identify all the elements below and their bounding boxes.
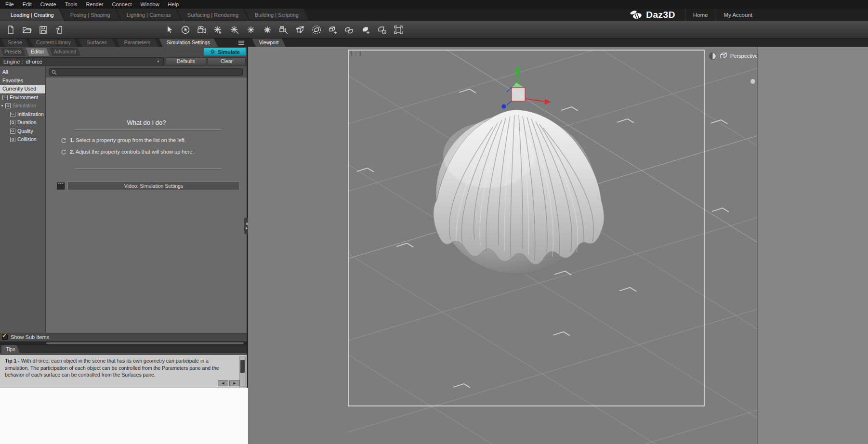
activity-tab-posing-shaping[interactable]: Posing | Shaping (60, 9, 121, 21)
cube-dashed-tool-button[interactable] (310, 23, 323, 37)
clear-button[interactable]: Clear (208, 57, 246, 65)
asterisk-gear-tool-button[interactable] (261, 23, 274, 37)
star-cursor-tool-button[interactable] (211, 23, 225, 37)
step-number: 1. (70, 137, 74, 143)
my-account-button[interactable]: My Account (716, 9, 760, 21)
camera-edit-tool-button[interactable] (277, 23, 290, 37)
menu-window[interactable]: Window (136, 0, 163, 8)
menu-connect[interactable]: Connect (108, 0, 136, 8)
viewport-pane[interactable]: 1 : 1 Perspective (248, 47, 757, 444)
pane-tab-content-library[interactable]: Content Library (29, 39, 78, 47)
asterisk-gear-icon (263, 25, 272, 35)
group-label: Initialization (17, 110, 44, 119)
import-icon (55, 25, 65, 35)
star-pencil-tool-button[interactable] (228, 23, 241, 37)
cube-info-tool-button[interactable] (375, 23, 389, 37)
camera-tool-button[interactable] (195, 23, 209, 37)
menu-edit[interactable]: Edit (18, 0, 36, 8)
film-clapper-icon (57, 183, 65, 190)
help-step-2: 2. Adjust the property controls that wil… (61, 149, 194, 155)
pane-menu-button[interactable] (238, 40, 245, 47)
cube-merge-tool-button[interactable] (342, 23, 356, 37)
group-item-initialization[interactable]: G Initialization (0, 110, 45, 119)
aspect-frame-tool-button[interactable] (392, 23, 405, 37)
tips-vertical-scrollbar[interactable] (239, 356, 246, 387)
pane-tab-scene[interactable]: Scene (1, 39, 29, 47)
show-sub-items-checkbox[interactable]: ✔ (2, 334, 8, 340)
translate-gizmo[interactable] (502, 66, 552, 109)
home-button[interactable]: Home (685, 9, 716, 21)
solid-cube-plus-icon (361, 25, 370, 35)
subtab-presets[interactable]: Presets (0, 48, 26, 56)
collapse-left-icon (246, 222, 248, 225)
cube-plus-tool-button[interactable] (359, 23, 372, 37)
expand-arrow-icon[interactable]: ▼ (0, 102, 4, 110)
tips-scrollbar-thumb[interactable] (240, 360, 245, 373)
menu-help[interactable]: Help (164, 0, 184, 8)
activity-tab-building-scripting[interactable]: Building | Scripting (244, 9, 309, 21)
right-dock-area (757, 47, 868, 444)
menu-create[interactable]: Create (36, 0, 61, 8)
scrollbar-handle[interactable] (46, 342, 244, 344)
engine-dropdown[interactable]: Engine : dForce ▼ (0, 57, 164, 65)
draw-style-sphere-icon[interactable] (709, 52, 717, 60)
pane-grip-handle[interactable] (750, 78, 756, 84)
group-item-environment[interactable]: G Environment (0, 93, 45, 102)
pane-tab-label: Scene (8, 39, 22, 45)
pane-tab-simulation-settings[interactable]: Simulation Settings (159, 39, 218, 47)
brand-zone: Daz3D Home My Account (629, 9, 760, 21)
activity-tab-lighting-cameras[interactable]: Lighting | Cameras (116, 9, 182, 21)
orbit-select-tool-button[interactable] (179, 23, 192, 37)
camera-selector[interactable]: Perspective (730, 53, 757, 59)
tips-tab[interactable]: Tips (1, 345, 20, 353)
group-item-currently-used[interactable]: Currently Used (0, 85, 45, 93)
group-item-favorites[interactable]: Favorites (0, 77, 45, 85)
empty-area (0, 388, 248, 444)
pane-tab-parameters[interactable]: Parameters (116, 39, 158, 47)
subtab-advanced[interactable]: Advanced (50, 48, 80, 56)
simulate-label: Simulate (218, 49, 240, 55)
show-sub-items-row: ✔ Show Sub Items (0, 333, 247, 341)
horizontal-scrollbar[interactable] (0, 341, 247, 345)
pane-tab-viewport[interactable]: Viewport (252, 39, 286, 47)
search-input[interactable] (49, 68, 243, 76)
group-item-quality[interactable]: G Quality (0, 127, 45, 136)
group-label: Quality (17, 127, 33, 136)
tips-prev-button[interactable]: ◀ (218, 380, 228, 386)
activity-tab-surfacing-rendering[interactable]: Surfacing | Rendering (177, 9, 249, 21)
defaults-button[interactable]: Defaults (166, 57, 206, 65)
cube-add-tool-button[interactable] (326, 23, 340, 37)
save-file-button[interactable] (37, 23, 50, 37)
group-item-collision[interactable]: G Collision (0, 135, 45, 144)
subt ab-editor[interactable]: Editor (26, 48, 49, 56)
group-label: Currently Used (2, 85, 36, 93)
tips-next-button[interactable]: ▶ (229, 380, 240, 386)
viewport-canvas[interactable] (248, 47, 757, 444)
asterisk-tool-button[interactable] (244, 23, 258, 37)
pane-tab-surfaces[interactable]: Surfaces (78, 39, 116, 47)
group-icon: G (10, 129, 15, 134)
import-file-button[interactable] (53, 23, 66, 37)
cube-nodes-tool-button[interactable] (293, 23, 307, 37)
cloth-drape[interactable] (434, 110, 604, 264)
pane-tab-strip: Scene Content Library Surfaces Parameter… (0, 39, 868, 47)
group-icon: G (10, 137, 15, 142)
star-cursor-icon (213, 25, 223, 35)
video-simulation-settings-button[interactable]: Video: Simulation Settings (67, 182, 240, 190)
tips-pane: Tips Tip 1 - With dForce, each object in… (0, 345, 247, 388)
daz-studio-window: File Edit Create Tools Render Connect Wi… (0, 0, 868, 444)
new-file-button[interactable] (4, 23, 17, 37)
step-text: Adjust the property controls that will s… (76, 149, 194, 155)
simulate-button[interactable]: Simulate (204, 48, 246, 56)
activity-tab-loading-creating[interactable]: Loading | Creating (0, 9, 65, 21)
group-item-simulation[interactable]: ▼ G Simulation (0, 102, 45, 110)
menu-render[interactable]: Render (81, 0, 107, 8)
menu-tools[interactable]: Tools (61, 0, 82, 8)
open-file-button[interactable] (20, 23, 34, 37)
group-item-all[interactable]: All (0, 68, 45, 77)
node-select-tool-button[interactable] (162, 23, 176, 37)
group-item-duration[interactable]: G Duration (0, 118, 45, 127)
cube-pair-icon (344, 25, 354, 35)
menu-file[interactable]: File (1, 0, 18, 8)
view-cube-icon[interactable] (720, 52, 727, 60)
